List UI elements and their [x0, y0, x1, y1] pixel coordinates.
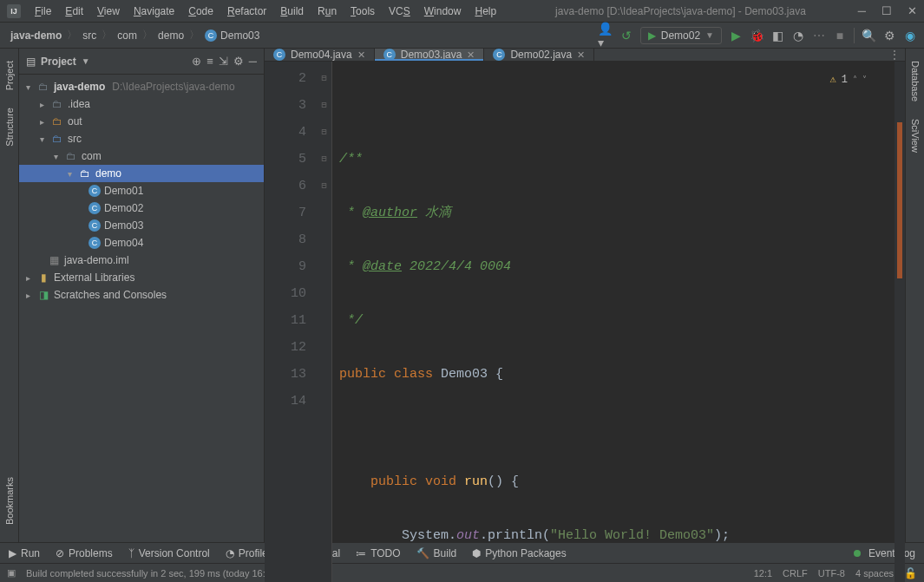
learn-icon[interactable]: ◉: [903, 29, 917, 43]
debug-icon[interactable]: 🐞: [750, 29, 763, 43]
crumb-class[interactable]: CDemo03: [201, 28, 263, 43]
run-icon[interactable]: ▶: [729, 29, 743, 43]
menu-tools[interactable]: Tools: [344, 3, 382, 19]
lock-icon[interactable]: 🔓: [904, 567, 917, 579]
stop-icon[interactable]: ■: [833, 29, 847, 43]
tab-close-icon[interactable]: ✕: [467, 49, 475, 61]
tree-root[interactable]: ▾🗀 java-demo D:\IdeaProjects\java-demo: [19, 78, 264, 95]
search-icon[interactable]: 🔍: [862, 29, 875, 43]
tree-external-libraries[interactable]: ▸▮External Libraries: [19, 269, 264, 286]
select-opened-file-icon[interactable]: ⊕: [192, 55, 201, 68]
tool-run[interactable]: ▶Run: [9, 547, 40, 559]
tree-out[interactable]: ▸🗀out: [19, 113, 264, 130]
tree-demo02[interactable]: CDemo02: [19, 199, 264, 217]
tab-close-icon[interactable]: ✕: [577, 49, 585, 61]
profile-icon[interactable]: ◔: [791, 29, 805, 43]
tree-demo[interactable]: ▾🗀demo: [19, 165, 264, 182]
tab-demo03[interactable]: CDemo03.java✕: [375, 49, 485, 61]
collapse-all-icon[interactable]: ⇲: [219, 55, 228, 68]
side-tab-project[interactable]: Project: [3, 52, 16, 99]
expand-all-icon[interactable]: ≡: [206, 55, 213, 68]
tab-demo04[interactable]: CDemo04.java✕: [265, 49, 375, 61]
status-tool-icon[interactable]: ▣: [7, 567, 16, 579]
fold-gutter[interactable]: ⊟⊟⊟⊟⊟: [317, 62, 332, 582]
side-tab-structure[interactable]: Structure: [3, 99, 16, 155]
menu-run[interactable]: Run: [311, 3, 344, 19]
menu-help[interactable]: Help: [468, 3, 503, 19]
crumb-src[interactable]: src: [79, 28, 100, 43]
breadcrumb: java-demo 〉 src 〉 com 〉 demo 〉 CDemo03: [7, 28, 263, 43]
menu-file[interactable]: File: [28, 3, 58, 19]
menu-build[interactable]: Build: [273, 3, 311, 19]
run-config-selector[interactable]: ▶ Demo02 ▼: [640, 27, 722, 44]
menu-code[interactable]: Code: [181, 3, 220, 19]
menu-vcs[interactable]: VCS: [382, 3, 417, 19]
attach-icon[interactable]: ⋯: [812, 29, 826, 43]
tree-demo03[interactable]: CDemo03: [19, 217, 264, 234]
coverage-icon[interactable]: ◧: [770, 29, 784, 43]
project-tree[interactable]: ▾🗀 java-demo D:\IdeaProjects\java-demo ▸…: [19, 75, 264, 542]
user-icon[interactable]: 👤▾: [599, 29, 613, 43]
tree-iml[interactable]: ▦java-demo.iml: [19, 252, 264, 269]
side-tab-sciview[interactable]: SciView: [908, 110, 922, 161]
close-icon[interactable]: ✕: [908, 4, 917, 17]
line-number-gutter[interactable]: 2 3 4 5 6 7 8 9 10 11 12 13 14: [265, 62, 317, 582]
crumb-com[interactable]: com: [114, 28, 141, 43]
minimize-icon[interactable]: ─: [858, 4, 866, 17]
window-title: java-demo [D:\IdeaProjects\java-demo] - …: [503, 5, 858, 17]
tab-close-icon[interactable]: ✕: [357, 49, 365, 61]
tree-idea[interactable]: ▸🗀.idea: [19, 95, 264, 113]
tree-src[interactable]: ▾🗀src: [19, 130, 264, 147]
tab-demo02[interactable]: CDemo02.java✕: [484, 49, 594, 61]
menu-window[interactable]: Window: [417, 3, 469, 19]
app-icon[interactable]: IJ: [7, 4, 21, 18]
menu-edit[interactable]: Edit: [58, 3, 90, 19]
crumb-demo[interactable]: demo: [154, 28, 187, 43]
sync-icon[interactable]: ↺: [619, 29, 633, 43]
next-highlight-icon[interactable]: ˅: [862, 67, 867, 94]
project-panel-title[interactable]: Project: [41, 56, 76, 68]
hide-panel-icon[interactable]: ─: [249, 55, 257, 68]
code-editor[interactable]: /** * @author 水滴 * @date 2022/4/4 0004 *…: [332, 62, 895, 582]
tree-demo01[interactable]: CDemo01: [19, 182, 264, 199]
project-tool-icon: ▤: [26, 56, 36, 68]
gear-icon[interactable]: ⚙: [233, 55, 244, 68]
chevron-down-icon[interactable]: ▼: [82, 56, 90, 66]
side-tab-database[interactable]: Database: [908, 52, 922, 110]
menu-navigate[interactable]: Navigate: [127, 3, 181, 19]
tree-scratches[interactable]: ▸◨Scratches and Consoles: [19, 286, 264, 304]
maximize-icon[interactable]: ☐: [881, 4, 892, 17]
menu-view[interactable]: View: [90, 3, 127, 19]
crumb-project[interactable]: java-demo: [7, 28, 65, 43]
settings-icon[interactable]: ⚙: [882, 29, 896, 43]
warning-icon: ⚠: [830, 67, 836, 94]
tool-problems[interactable]: ⊘Problems: [56, 547, 113, 559]
side-tab-bookmarks[interactable]: Bookmarks: [3, 468, 16, 533]
tab-menu-icon[interactable]: ⋮: [884, 49, 905, 61]
inspection-widget[interactable]: ⚠ 1 ˄ ˅: [830, 67, 867, 94]
tree-com[interactable]: ▾🗀com: [19, 147, 264, 165]
tool-version-control[interactable]: ᛉVersion Control: [128, 547, 210, 559]
prev-highlight-icon[interactable]: ˄: [853, 67, 857, 94]
status-message: Build completed successfully in 2 sec, 1…: [26, 568, 279, 579]
error-stripe[interactable]: [895, 62, 905, 582]
tree-demo04[interactable]: CDemo04: [19, 234, 264, 252]
menu-refactor[interactable]: Refactor: [220, 3, 273, 19]
